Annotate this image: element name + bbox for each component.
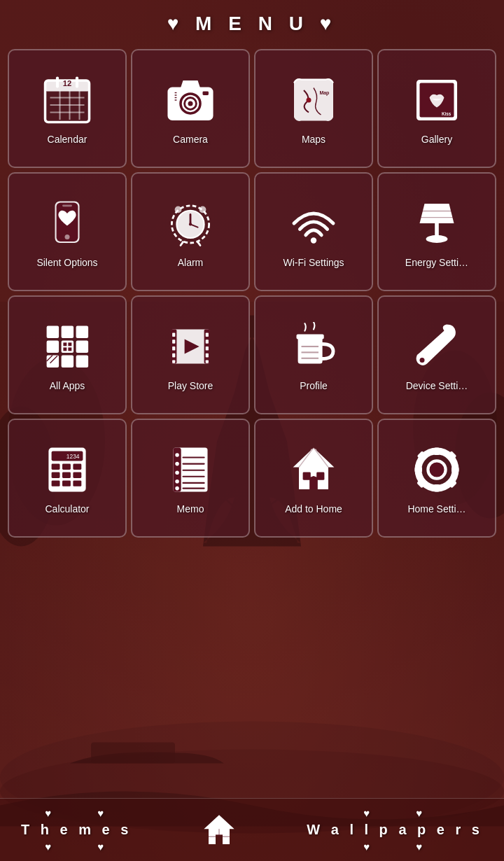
svg-rect-81: [172, 346, 175, 351]
svg-rect-138: [415, 467, 423, 472]
gallery-label: Gallery: [419, 134, 455, 145]
svg-rect-63: [76, 326, 89, 339]
svg-rect-28: [203, 91, 209, 95]
alarm-icon: [162, 195, 218, 251]
menu-label: M E N U: [195, 13, 309, 34]
heart-wall-tl: ♥: [363, 807, 374, 819]
app-home-settings[interactable]: Home Setti…: [377, 419, 496, 538]
calculator-label: Calculator: [42, 503, 92, 514]
svg-rect-82: [172, 354, 175, 358]
svg-rect-68: [63, 347, 66, 351]
heart-wall-bl: ♥: [363, 841, 374, 853]
svg-point-117: [175, 453, 179, 457]
svg-rect-104: [62, 472, 71, 478]
app-play-store[interactable]: Play Store: [131, 295, 250, 414]
svg-point-41: [65, 234, 70, 239]
device-settings-icon: [409, 318, 465, 374]
app-add-to-home[interactable]: Add to Home: [254, 419, 373, 538]
svg-rect-136: [434, 448, 440, 456]
app-grid: 12 Calendar: [4, 45, 500, 542]
svg-rect-130: [316, 472, 324, 480]
svg-rect-42: [62, 204, 72, 206]
svg-text:12: 12: [63, 79, 71, 88]
play-store-icon: [162, 318, 218, 374]
svg-point-118: [175, 462, 179, 466]
svg-rect-67: [68, 342, 71, 346]
app-device-settings[interactable]: Device Setti…: [377, 295, 496, 414]
add-to-home-icon: [286, 442, 342, 498]
svg-point-34: [307, 98, 312, 103]
svg-rect-88: [206, 360, 209, 363]
all-apps-icon: [39, 318, 95, 374]
svg-rect-108: [73, 480, 81, 486]
themes-button[interactable]: ♥ ♥ T h e m e s ♥ ♥: [21, 807, 132, 853]
svg-point-53: [311, 237, 316, 243]
svg-point-119: [175, 470, 179, 475]
alarm-label: Alarm: [175, 257, 206, 268]
silent-options-label: Silent Options: [34, 257, 100, 268]
app-calendar[interactable]: 12 Calendar: [8, 49, 127, 168]
svg-rect-102: [73, 464, 81, 470]
wallpapers-button[interactable]: ♥ ♥ W a l l p a p e r s ♥ ♥: [307, 807, 483, 853]
camera-label: Camera: [170, 134, 211, 145]
svg-text:Kiss: Kiss: [442, 111, 451, 116]
play-store-label: Play Store: [165, 380, 216, 391]
svg-point-48: [189, 223, 192, 225]
app-profile[interactable]: Profile: [254, 295, 373, 414]
svg-rect-137: [434, 484, 440, 492]
svg-rect-80: [172, 340, 175, 344]
profile-label: Profile: [297, 380, 330, 391]
app-energy-settings[interactable]: Energy Setti…: [377, 172, 496, 291]
energy-settings-label: Energy Setti…: [402, 257, 471, 268]
app-calculator[interactable]: 1234 Calculator: [8, 419, 127, 538]
svg-rect-101: [62, 464, 71, 470]
wallpapers-label: W a l l p a p e r s: [307, 822, 483, 838]
svg-rect-87: [206, 354, 209, 358]
main-content: ♥ M E N U ♥ 12 C: [0, 0, 504, 861]
svg-rect-71: [47, 356, 59, 368]
svg-point-96: [420, 358, 425, 363]
svg-rect-86: [206, 346, 209, 351]
calendar-icon: 12: [39, 72, 95, 128]
wifi-settings-label: Wi-Fi Settings: [280, 257, 346, 268]
home-button[interactable]: [202, 813, 237, 848]
maps-label: Maps: [299, 134, 328, 145]
app-wifi-settings[interactable]: Wi-Fi Settings: [254, 172, 373, 291]
energy-icon: [409, 195, 465, 251]
svg-rect-66: [63, 342, 66, 346]
maps-icon: Map: [286, 72, 342, 128]
app-all-apps[interactable]: All Apps: [8, 295, 127, 414]
app-maps[interactable]: Map Maps: [254, 49, 373, 168]
svg-rect-139: [451, 467, 459, 472]
svg-point-120: [175, 479, 179, 484]
calendar-label: Calendar: [45, 134, 90, 145]
svg-point-55: [426, 235, 448, 243]
svg-rect-64: [47, 341, 59, 354]
app-alarm[interactable]: Alarm: [131, 172, 250, 291]
svg-point-27: [188, 101, 193, 106]
silent-icon: [39, 195, 95, 251]
heart-right: ♥: [320, 13, 337, 34]
svg-point-135: [428, 461, 445, 478]
svg-point-50: [200, 206, 206, 214]
themes-label: T h e m e s: [21, 822, 132, 838]
svg-rect-79: [172, 332, 175, 337]
menu-title: ♥ M E N U ♥: [167, 0, 337, 45]
heart-left: ♥: [167, 13, 185, 34]
app-memo[interactable]: Memo: [131, 419, 250, 538]
app-camera[interactable]: Camera: [131, 49, 250, 168]
svg-rect-105: [73, 472, 81, 478]
svg-point-49: [175, 206, 182, 214]
svg-point-97: [444, 325, 454, 335]
svg-rect-107: [62, 480, 71, 486]
app-silent-options[interactable]: Silent Options: [8, 172, 127, 291]
app-gallery[interactable]: Kiss Gallery: [377, 49, 496, 168]
svg-line-51: [181, 242, 183, 246]
svg-point-121: [175, 486, 179, 491]
camera-icon: [162, 72, 218, 128]
svg-rect-91: [297, 335, 324, 340]
profile-icon: [286, 318, 342, 374]
memo-label: Memo: [174, 503, 207, 514]
device-settings-label: Device Setti…: [403, 380, 471, 391]
gallery-icon: Kiss: [409, 72, 465, 128]
